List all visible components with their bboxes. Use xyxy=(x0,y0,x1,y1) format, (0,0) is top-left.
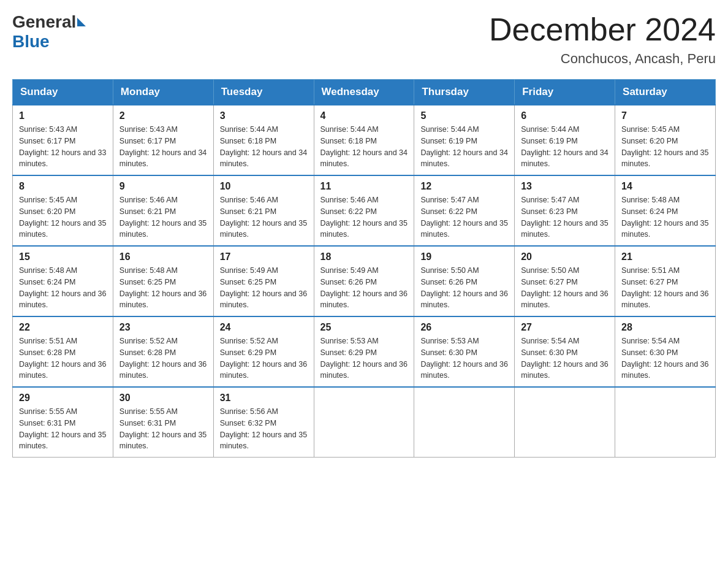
day-info: Sunrise: 5:55 AMSunset: 6:31 PMDaylight:… xyxy=(19,406,107,452)
day-cell-5: 5 Sunrise: 5:44 AMSunset: 6:19 PMDayligh… xyxy=(414,105,515,175)
day-info: Sunrise: 5:55 AMSunset: 6:31 PMDaylight:… xyxy=(119,406,207,452)
day-info: Sunrise: 5:47 AMSunset: 6:23 PMDaylight:… xyxy=(521,194,609,240)
day-number: 31 xyxy=(220,393,308,404)
weekday-header-row: Sunday Monday Tuesday Wednesday Thursday… xyxy=(13,80,716,105)
day-cell-27: 27 Sunrise: 5:54 AMSunset: 6:30 PMDaylig… xyxy=(515,316,615,387)
week-row-4: 22 Sunrise: 5:51 AMSunset: 6:28 PMDaylig… xyxy=(13,316,716,387)
day-number: 17 xyxy=(220,251,308,262)
day-info: Sunrise: 5:46 AMSunset: 6:21 PMDaylight:… xyxy=(119,194,207,240)
day-number: 3 xyxy=(220,110,308,121)
day-cell-2: 2 Sunrise: 5:43 AMSunset: 6:17 PMDayligh… xyxy=(113,105,213,175)
day-number: 12 xyxy=(420,181,508,192)
day-number: 28 xyxy=(621,322,709,333)
empty-cell xyxy=(515,387,615,458)
day-number: 30 xyxy=(119,393,207,404)
day-info: Sunrise: 5:46 AMSunset: 6:22 PMDaylight:… xyxy=(320,194,408,240)
day-cell-23: 23 Sunrise: 5:52 AMSunset: 6:28 PMDaylig… xyxy=(113,316,213,387)
day-number: 1 xyxy=(19,110,107,121)
month-title: December 2024 xyxy=(489,12,716,47)
day-cell-31: 31 Sunrise: 5:56 AMSunset: 6:32 PMDaylig… xyxy=(213,387,314,458)
day-cell-20: 20 Sunrise: 5:50 AMSunset: 6:27 PMDaylig… xyxy=(515,246,615,316)
day-cell-15: 15 Sunrise: 5:48 AMSunset: 6:24 PMDaylig… xyxy=(13,246,113,316)
day-number: 7 xyxy=(621,110,709,121)
day-info: Sunrise: 5:50 AMSunset: 6:26 PMDaylight:… xyxy=(420,265,508,311)
day-info: Sunrise: 5:51 AMSunset: 6:27 PMDaylight:… xyxy=(621,265,709,311)
empty-cell xyxy=(414,387,515,458)
day-number: 11 xyxy=(320,181,408,192)
header-sunday: Sunday xyxy=(13,80,113,105)
day-info: Sunrise: 5:54 AMSunset: 6:30 PMDaylight:… xyxy=(621,335,709,381)
day-cell-17: 17 Sunrise: 5:49 AMSunset: 6:25 PMDaylig… xyxy=(213,246,314,316)
empty-cell xyxy=(615,387,716,458)
calendar-table: Sunday Monday Tuesday Wednesday Thursday… xyxy=(12,79,716,458)
header-thursday: Thursday xyxy=(414,80,515,105)
day-info: Sunrise: 5:44 AMSunset: 6:19 PMDaylight:… xyxy=(420,124,508,170)
day-info: Sunrise: 5:52 AMSunset: 6:29 PMDaylight:… xyxy=(220,335,308,381)
day-cell-13: 13 Sunrise: 5:47 AMSunset: 6:23 PMDaylig… xyxy=(515,175,615,246)
day-number: 10 xyxy=(220,181,308,192)
day-info: Sunrise: 5:47 AMSunset: 6:22 PMDaylight:… xyxy=(420,194,508,240)
day-number: 29 xyxy=(19,393,107,404)
day-info: Sunrise: 5:44 AMSunset: 6:19 PMDaylight:… xyxy=(521,124,609,170)
logo-area: General Blue xyxy=(12,12,87,52)
day-number: 9 xyxy=(119,181,207,192)
day-cell-1: 1 Sunrise: 5:43 AMSunset: 6:17 PMDayligh… xyxy=(13,105,113,175)
day-info: Sunrise: 5:53 AMSunset: 6:29 PMDaylight:… xyxy=(320,335,408,381)
day-info: Sunrise: 5:43 AMSunset: 6:17 PMDaylight:… xyxy=(119,124,207,170)
day-info: Sunrise: 5:44 AMSunset: 6:18 PMDaylight:… xyxy=(320,124,408,170)
day-cell-19: 19 Sunrise: 5:50 AMSunset: 6:26 PMDaylig… xyxy=(414,246,515,316)
day-number: 15 xyxy=(19,251,107,262)
day-number: 6 xyxy=(521,110,609,121)
logo-general-text: General xyxy=(12,12,76,32)
title-area: December 2024 Conchucos, Ancash, Peru xyxy=(489,12,716,67)
day-cell-10: 10 Sunrise: 5:46 AMSunset: 6:21 PMDaylig… xyxy=(213,175,314,246)
day-info: Sunrise: 5:50 AMSunset: 6:27 PMDaylight:… xyxy=(521,265,609,311)
week-row-1: 1 Sunrise: 5:43 AMSunset: 6:17 PMDayligh… xyxy=(13,105,716,175)
day-number: 2 xyxy=(119,110,207,121)
day-number: 20 xyxy=(521,251,609,262)
day-cell-12: 12 Sunrise: 5:47 AMSunset: 6:22 PMDaylig… xyxy=(414,175,515,246)
day-number: 14 xyxy=(621,181,709,192)
week-row-3: 15 Sunrise: 5:48 AMSunset: 6:24 PMDaylig… xyxy=(13,246,716,316)
day-number: 8 xyxy=(19,181,107,192)
day-number: 21 xyxy=(621,251,709,262)
day-number: 25 xyxy=(320,322,408,333)
header-monday: Monday xyxy=(113,80,213,105)
day-cell-9: 9 Sunrise: 5:46 AMSunset: 6:21 PMDayligh… xyxy=(113,175,213,246)
day-cell-25: 25 Sunrise: 5:53 AMSunset: 6:29 PMDaylig… xyxy=(314,316,414,387)
day-info: Sunrise: 5:43 AMSunset: 6:17 PMDaylight:… xyxy=(19,124,107,170)
day-number: 19 xyxy=(420,251,508,262)
day-cell-30: 30 Sunrise: 5:55 AMSunset: 6:31 PMDaylig… xyxy=(113,387,213,458)
day-number: 26 xyxy=(420,322,508,333)
day-cell-14: 14 Sunrise: 5:48 AMSunset: 6:24 PMDaylig… xyxy=(615,175,716,246)
header-tuesday: Tuesday xyxy=(213,80,314,105)
day-number: 4 xyxy=(320,110,408,121)
header: General Blue December 2024 Conchucos, An… xyxy=(12,12,716,67)
empty-cell xyxy=(314,387,414,458)
day-number: 18 xyxy=(320,251,408,262)
day-cell-16: 16 Sunrise: 5:48 AMSunset: 6:25 PMDaylig… xyxy=(113,246,213,316)
day-cell-7: 7 Sunrise: 5:45 AMSunset: 6:20 PMDayligh… xyxy=(615,105,716,175)
day-cell-26: 26 Sunrise: 5:53 AMSunset: 6:30 PMDaylig… xyxy=(414,316,515,387)
day-cell-22: 22 Sunrise: 5:51 AMSunset: 6:28 PMDaylig… xyxy=(13,316,113,387)
day-cell-24: 24 Sunrise: 5:52 AMSunset: 6:29 PMDaylig… xyxy=(213,316,314,387)
logo-blue-text: Blue xyxy=(12,32,50,52)
day-info: Sunrise: 5:48 AMSunset: 6:24 PMDaylight:… xyxy=(621,194,709,240)
day-number: 16 xyxy=(119,251,207,262)
day-info: Sunrise: 5:52 AMSunset: 6:28 PMDaylight:… xyxy=(119,335,207,381)
day-number: 23 xyxy=(119,322,207,333)
day-number: 24 xyxy=(220,322,308,333)
day-info: Sunrise: 5:49 AMSunset: 6:26 PMDaylight:… xyxy=(320,265,408,311)
day-cell-28: 28 Sunrise: 5:54 AMSunset: 6:30 PMDaylig… xyxy=(615,316,716,387)
day-info: Sunrise: 5:51 AMSunset: 6:28 PMDaylight:… xyxy=(19,335,107,381)
day-info: Sunrise: 5:45 AMSunset: 6:20 PMDaylight:… xyxy=(19,194,107,240)
day-cell-18: 18 Sunrise: 5:49 AMSunset: 6:26 PMDaylig… xyxy=(314,246,414,316)
day-info: Sunrise: 5:48 AMSunset: 6:25 PMDaylight:… xyxy=(119,265,207,311)
day-info: Sunrise: 5:56 AMSunset: 6:32 PMDaylight:… xyxy=(220,406,308,452)
day-info: Sunrise: 5:48 AMSunset: 6:24 PMDaylight:… xyxy=(19,265,107,311)
week-row-2: 8 Sunrise: 5:45 AMSunset: 6:20 PMDayligh… xyxy=(13,175,716,246)
day-info: Sunrise: 5:49 AMSunset: 6:25 PMDaylight:… xyxy=(220,265,308,311)
day-number: 22 xyxy=(19,322,107,333)
day-info: Sunrise: 5:54 AMSunset: 6:30 PMDaylight:… xyxy=(521,335,609,381)
day-number: 5 xyxy=(420,110,508,121)
